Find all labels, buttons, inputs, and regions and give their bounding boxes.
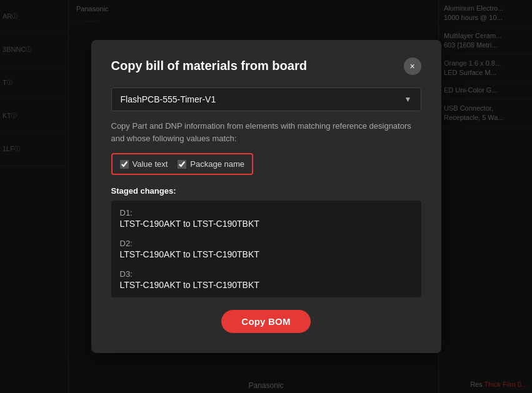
package-name-label: Package name — [190, 159, 244, 169]
change-value-d2: LTST-C190AKT to LTST-C190TBKT — [120, 249, 413, 259]
change-ref-d2: D2: — [120, 239, 413, 248]
change-item-d3: D3: LTST-C190AKT to LTST-C190TBKT — [120, 269, 413, 290]
modal-overlay: Copy bill of materials from board × Flas… — [0, 0, 532, 393]
change-value-d1: LTST-C190AKT to LTST-C190TBKT — [120, 219, 413, 229]
chevron-down-icon: ▼ — [404, 95, 412, 104]
dialog-header: Copy bill of materials from board × — [111, 57, 421, 75]
change-ref-d3: D3: — [120, 269, 413, 279]
checkboxes-container: Value text Package name — [111, 153, 254, 175]
staged-changes-container[interactable]: D1: LTST-C190AKT to LTST-C190TBKT D2: LT… — [111, 201, 421, 297]
value-text-label: Value text — [133, 159, 168, 169]
copy-bom-dialog: Copy bill of materials from board × Flas… — [91, 40, 441, 353]
package-name-checkbox[interactable] — [178, 160, 186, 169]
copy-bom-button[interactable]: Copy BOM — [221, 310, 310, 333]
change-value-d3: LTST-C190AKT to LTST-C190TBKT — [120, 280, 413, 290]
change-item-d2: D2: LTST-C190AKT to LTST-C190TBKT — [120, 239, 413, 259]
change-item-d1: D1: LTST-C190AKT to LTST-C190TBKT — [120, 208, 413, 229]
package-name-checkbox-label[interactable]: Package name — [178, 159, 244, 169]
change-ref-d1: D1: — [120, 208, 413, 217]
staged-changes-label: Staged changes: — [111, 186, 421, 196]
dialog-description: Copy Part and DNP information from eleme… — [111, 120, 421, 144]
close-button[interactable]: × — [404, 57, 421, 75]
board-dropdown[interactable]: FlashPCB-555-Timer-V1 ▼ — [111, 87, 421, 111]
dialog-title: Copy bill of materials from board — [111, 57, 404, 74]
value-text-checkbox-label[interactable]: Value text — [120, 159, 168, 169]
value-text-checkbox[interactable] — [120, 160, 129, 169]
dropdown-value: FlashPCB-555-Timer-V1 — [121, 94, 216, 104]
